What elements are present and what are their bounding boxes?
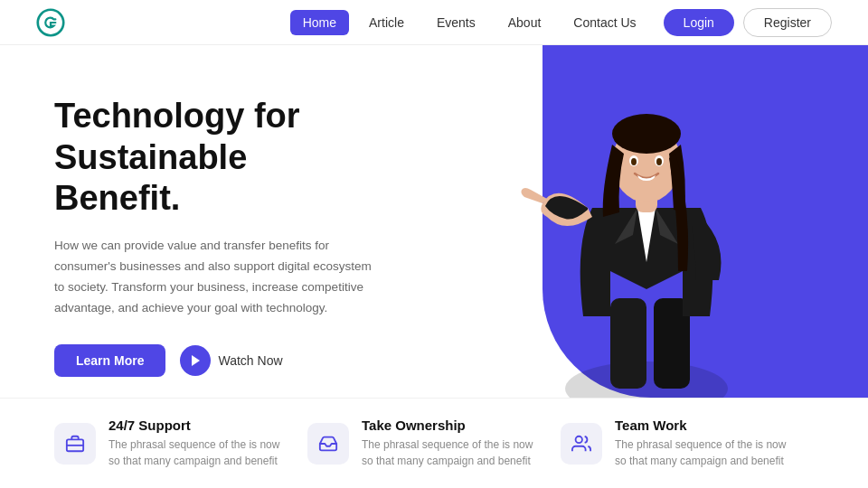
nav-events[interactable]: Events — [424, 10, 488, 35]
teamwork-icon-wrap — [561, 423, 602, 465]
nav-home[interactable]: Home — [290, 10, 349, 35]
briefcase-icon — [65, 434, 85, 454]
teamwork-text: Team Work The phrasal sequence of the is… — [615, 418, 796, 469]
nav-article[interactable]: Article — [356, 10, 417, 35]
svg-point-15 — [576, 436, 582, 442]
ownership-title: Take Ownership — [362, 418, 542, 433]
nav-contact[interactable]: Contact Us — [561, 10, 648, 35]
register-button[interactable]: Register — [743, 8, 832, 37]
nav-about[interactable]: About — [495, 10, 554, 35]
svg-marker-2 — [192, 355, 200, 366]
login-button[interactable]: Login — [664, 9, 734, 36]
play-icon — [180, 345, 211, 376]
navbar: Home Article Events About Contact Us Log… — [0, 0, 868, 45]
ownership-icon-wrap — [307, 423, 349, 465]
hero-section: Technology for Sustainable Benefit. How … — [0, 45, 868, 398]
support-text: 24/7 Support The phrasal sequence of the… — [108, 418, 289, 469]
svg-point-8 — [612, 114, 681, 154]
hero-title: Technology for Sustainable Benefit. — [54, 96, 441, 220]
svg-point-10 — [631, 158, 637, 165]
feature-ownership: Take Ownership The phrasal sequence of t… — [307, 418, 561, 469]
logo-icon — [36, 8, 65, 37]
teamwork-desc: The phrasal sequence of the is now so th… — [615, 436, 796, 469]
hero-cta-buttons: Learn More Watch Now — [54, 344, 441, 377]
features-section: 24/7 Support The phrasal sequence of the… — [0, 398, 868, 488]
hero-person — [477, 60, 816, 398]
svg-point-12 — [656, 158, 662, 165]
learn-more-button[interactable]: Learn More — [54, 344, 165, 377]
inbox-icon — [318, 434, 338, 454]
person-silhouette — [520, 63, 773, 398]
hero-image-area — [434, 45, 868, 398]
support-desc: The phrasal sequence of the is now so th… — [108, 436, 289, 469]
feature-teamwork: Team Work The phrasal sequence of the is… — [561, 418, 814, 469]
ownership-text: Take Ownership The phrasal sequence of t… — [362, 418, 542, 469]
svg-rect-4 — [610, 298, 646, 389]
teamwork-title: Team Work — [615, 418, 796, 433]
logo — [36, 8, 65, 37]
hero-content: Technology for Sustainable Benefit. How … — [0, 45, 477, 398]
users-icon — [571, 434, 591, 454]
nav-auth-buttons: Login Register — [664, 8, 832, 37]
support-title: 24/7 Support — [108, 418, 289, 433]
feature-support: 24/7 Support The phrasal sequence of the… — [54, 418, 307, 469]
support-icon-wrap — [54, 423, 96, 465]
hero-description: How we can provide value and transfer be… — [54, 236, 380, 319]
ownership-desc: The phrasal sequence of the is now so th… — [362, 436, 542, 469]
watch-now-button[interactable]: Watch Now — [180, 345, 282, 376]
nav-links: Home Article Events About Contact Us — [290, 10, 649, 35]
